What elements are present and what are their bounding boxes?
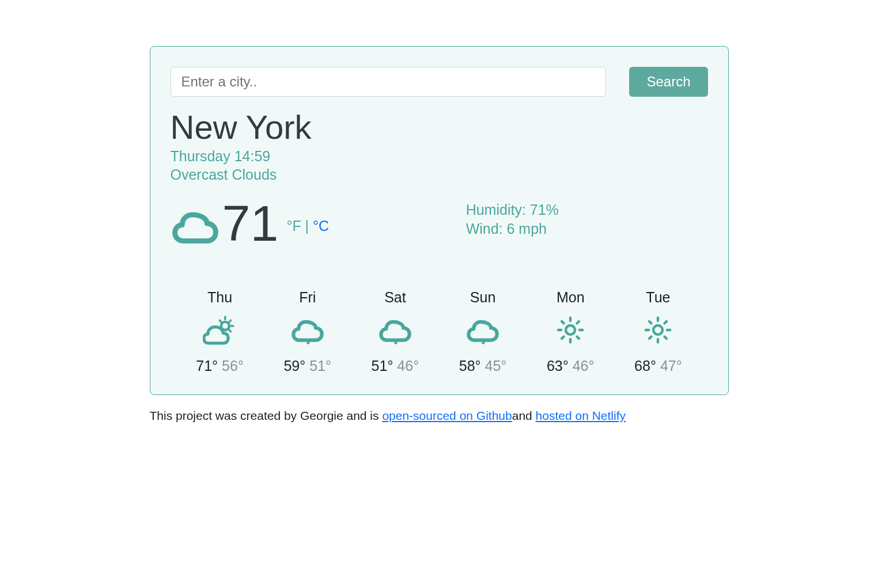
forecast-lo: 47° bbox=[660, 358, 682, 374]
forecast-lo: 46° bbox=[397, 358, 419, 374]
forecast-day-label: Sun bbox=[439, 289, 527, 306]
forecast-day: Thu 71° 56° bbox=[176, 289, 264, 374]
weather-card: Search New York Thursday 14:59 Overcast … bbox=[150, 46, 729, 395]
netlify-link[interactable]: hosted on Netlify bbox=[536, 409, 626, 422]
city-name: New York bbox=[171, 108, 708, 147]
forecast-day: Fri 59° 51° bbox=[264, 289, 351, 374]
unit-fahrenheit: °F bbox=[286, 218, 301, 234]
wind: Wind: 6 mph bbox=[466, 219, 708, 239]
current-temperature: 71 bbox=[222, 198, 279, 249]
forecast-hi: 71° bbox=[196, 358, 218, 374]
cloud-icon bbox=[171, 199, 220, 248]
forecast-day: Mon 63° 46° bbox=[527, 289, 614, 374]
forecast-day-label: Tue bbox=[614, 289, 702, 306]
current-datetime: Thursday 14:59 bbox=[171, 147, 708, 166]
unit-celsius[interactable]: °C bbox=[313, 218, 329, 234]
forecast-hi: 63° bbox=[547, 358, 569, 374]
rain-cloud-icon bbox=[466, 313, 500, 347]
forecast-hi: 51° bbox=[372, 358, 393, 374]
current-weather: 71 °F | °C Humidity: 71% Wind: 6 mph bbox=[171, 198, 708, 249]
partly-sunny-icon bbox=[203, 313, 237, 347]
forecast-day: Sat 51° 46° bbox=[351, 289, 439, 374]
forecast-day-label: Fri bbox=[264, 289, 351, 306]
forecast-day-label: Mon bbox=[527, 289, 614, 306]
forecast-lo: 56° bbox=[222, 358, 244, 374]
forecast-day-label: Sat bbox=[351, 289, 439, 306]
forecast-day: Tue 68° 47° bbox=[614, 289, 702, 374]
github-link[interactable]: open-sourced on Github bbox=[382, 409, 512, 422]
humidity: Humidity: 71% bbox=[466, 200, 708, 220]
forecast-lo: 45° bbox=[485, 358, 507, 374]
forecast-hi: 59° bbox=[283, 358, 305, 374]
forecast-hi: 58° bbox=[459, 358, 481, 374]
forecast-lo: 46° bbox=[573, 358, 595, 374]
sun-icon bbox=[641, 313, 675, 347]
rain-cloud-icon bbox=[290, 313, 325, 347]
rain-cloud-icon bbox=[378, 313, 412, 347]
forecast-day-label: Thu bbox=[176, 289, 264, 306]
forecast-lo: 51° bbox=[309, 358, 331, 374]
city-search-input[interactable] bbox=[171, 67, 607, 97]
search-button[interactable]: Search bbox=[629, 67, 707, 97]
current-conditions: Overcast Clouds bbox=[171, 165, 708, 184]
sun-icon bbox=[553, 313, 588, 347]
footer-attribution: This project was created by Georgie and … bbox=[150, 409, 729, 423]
unit-toggle: °F | °C bbox=[286, 218, 329, 234]
forecast-hi: 68° bbox=[634, 358, 656, 374]
forecast-row: Thu 71° 56° Fri 59° 51° Sat 51° 46° Sun … bbox=[171, 289, 708, 374]
forecast-day: Sun 58° 45° bbox=[439, 289, 527, 374]
